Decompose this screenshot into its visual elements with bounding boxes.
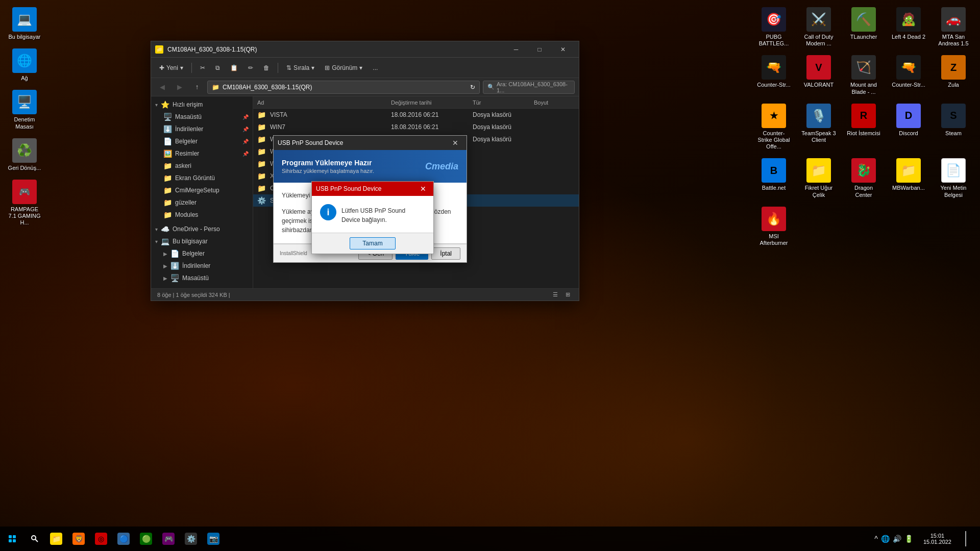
desktop-icon-riot[interactable]: R Riot İstemcisi: [844, 102, 883, 153]
taskbar-brave-button[interactable]: 🦁: [67, 527, 90, 551]
taskbar-app4-button[interactable]: 🔵: [112, 527, 135, 551]
tlauncher-label: TLauncher: [850, 34, 877, 40]
taskbar-explorer-button[interactable]: 📁: [45, 527, 67, 551]
sidebar-item-indirilenler[interactable]: ⬇️ İndirilenler 📌: [151, 123, 253, 135]
win10-folder-icon: 📁: [257, 147, 266, 156]
desktop-icon-fikret[interactable]: 📁 Fikret Uğur Çelik: [799, 156, 838, 200]
installer-close-button[interactable]: ✕: [448, 136, 462, 150]
col-size[interactable]: Boyut: [534, 99, 575, 106]
desktop-icon-cod[interactable]: ⚔️ Call of Duty Modern ...: [799, 5, 838, 49]
desktop-icon-msi[interactable]: 🔥 MSI Afterburner: [754, 205, 793, 248]
cs1-icon: 🔫: [762, 55, 786, 80]
show-desktop-button[interactable]: [958, 527, 976, 551]
toolbar-rename-button[interactable]: ✏: [244, 61, 257, 75]
start-button[interactable]: [0, 527, 24, 551]
desktop-icon-zula[interactable]: Z Zula: [934, 53, 973, 97]
sidebar-item-cmi[interactable]: 📁 CmiMergeSetup: [151, 184, 253, 196]
mount-blade-label: Mount and Blade - ...: [846, 82, 881, 95]
sidebar-item-guzeller[interactable]: 📁 güzeller: [151, 196, 253, 209]
desktop-icon-battlenet[interactable]: B Battle.net: [754, 156, 793, 200]
search-bar[interactable]: 🔍 Ara: CM108AH_6300_6308-1...: [483, 81, 575, 94]
taskbar-app6-button[interactable]: 🎮: [157, 527, 180, 551]
desktop-icon-bu-bilgisayar[interactable]: 💻 Bu bilgisayar: [5, 5, 44, 42]
taskbar-search-button[interactable]: [24, 527, 45, 551]
desktop-icon-csgo[interactable]: ★ Counter-Strike Global Offe...: [754, 102, 793, 153]
desktop-icon-geri-donusum[interactable]: ♻️ Geri Dönüş...: [5, 136, 44, 173]
alert-title: USB PnP Sound Device: [316, 185, 413, 192]
network-icon[interactable]: 🌐: [881, 535, 890, 543]
desktop-icon-ag[interactable]: 🌐 Ağ: [5, 46, 44, 84]
sidebar-item-resimler[interactable]: 🖼️ Resimler 📌: [151, 147, 253, 160]
alert-ok-button[interactable]: Tamam: [350, 237, 395, 249]
col-type[interactable]: Tür: [473, 99, 534, 106]
taskbar-app8-button[interactable]: 📷: [202, 527, 225, 551]
toolbar-new-button[interactable]: ✚ Yeni ▾: [155, 61, 187, 75]
desktop-icon-teamspeak[interactable]: 🎙️ TeamSpeak 3 Client: [799, 102, 838, 153]
taskbar-app5-button[interactable]: 🟢: [135, 527, 157, 551]
refresh-icon[interactable]: ↻: [470, 84, 475, 91]
desktop-icon-yeni-metin[interactable]: 📄 Yeni Metin Belgesi: [934, 156, 973, 200]
sidebar-item-ekran[interactable]: 📁 Ekran Görüntü: [151, 172, 253, 184]
file-row-vista[interactable]: 📁 VISTA 18.08.2016 06:21 Dosya klasörü: [253, 109, 579, 121]
sidebar-item-indirilenler2[interactable]: ▶ ⬇️ İndirilenler: [151, 260, 253, 272]
sidebar-item-bu-bilgisayar[interactable]: ▾ 💻 Bu bilgisayar: [151, 235, 253, 247]
desktop-icon-cs2[interactable]: 🔫 Counter-Str...: [889, 53, 928, 97]
app5-taskbar-icon: 🟢: [140, 533, 152, 545]
maximize-button[interactable]: □: [528, 41, 551, 58]
toolbar-view-button[interactable]: ⊞ Görünüm ▾: [321, 61, 366, 75]
alert-close-button[interactable]: ✕: [417, 183, 429, 195]
nav-back-button[interactable]: ◀: [155, 80, 169, 94]
discord-icon: D: [896, 104, 921, 128]
desktop-icon-pubg[interactable]: 🎯 PUBG BATTLEG...: [754, 5, 793, 49]
toolbar-paste-button[interactable]: 📋: [226, 61, 242, 75]
nav-up-button[interactable]: ↑: [190, 80, 204, 94]
desktop-icon-discord[interactable]: D Discord: [889, 102, 928, 153]
desktop-icon-mbwarban[interactable]: 📁 MBWarban...: [889, 156, 928, 200]
taskbar-clock[interactable]: 15:01 15.01.2022: [919, 527, 955, 551]
col-name[interactable]: Ad: [257, 99, 391, 106]
address-bar[interactable]: 📁 CM108AH_6300_6308-1.15(QR) ↻: [207, 81, 480, 94]
close-button[interactable]: ✕: [551, 41, 575, 58]
sidebar-item-askeri[interactable]: 📁 askeri: [151, 160, 253, 172]
file-row-win7[interactable]: 📁 WIN7 18.08.2016 06:21 Dosya klasörü: [253, 121, 579, 133]
chevron-up-icon[interactable]: ^: [874, 535, 878, 543]
desktop-icon-denetim[interactable]: 🖥️ Denetim Masası: [5, 88, 44, 132]
grid-view-button[interactable]: ⊞: [562, 290, 573, 300]
desktop-icon-mount-blade[interactable]: 🏹 Mount and Blade - ...: [844, 53, 883, 97]
mbwarban-label: MBWarban...: [892, 185, 925, 191]
toolbar-cut-button[interactable]: ✂: [196, 61, 209, 75]
desktop-icon-mta[interactable]: 🚗 MTA San Andreas 1.5: [934, 5, 973, 49]
desktop-icon-valorant[interactable]: V VALORANT: [799, 53, 838, 97]
toolbar-sort-button[interactable]: ⇅ Sırala ▾: [282, 61, 318, 75]
toolbar-copy-button[interactable]: ⧉: [211, 61, 224, 75]
cs1-label: Counter-Str...: [757, 82, 790, 88]
desktop-icon-tlauncher[interactable]: ⛏️ TLauncher: [844, 5, 883, 49]
sidebar-item-belgeler[interactable]: 📄 Belgeler 📌: [151, 135, 253, 147]
sidebar-item-quick-access[interactable]: ▾ ⭐ Hızlı erişim: [151, 98, 253, 111]
desktop-icon-cs1[interactable]: 🔫 Counter-Str...: [754, 53, 793, 97]
volume-icon[interactable]: 🔊: [893, 535, 901, 543]
bu-bilgisayar-sidebar-icon: 💻: [161, 237, 169, 245]
sidebar-item-belgeler2[interactable]: ▶ 📄 Belgeler: [151, 247, 253, 260]
installer-cancel-button[interactable]: İptal: [431, 247, 460, 260]
taskbar-app7-button[interactable]: ⚙️: [180, 527, 202, 551]
indirilenler-icon: ⬇️: [163, 125, 172, 133]
onedrive-label: OneDrive - Perso: [173, 226, 220, 233]
desktop-icon-rampage[interactable]: 🎮 RAMPAGE 7.1 GAMING H...: [5, 178, 44, 229]
toolbar-more-button[interactable]: ...: [369, 61, 382, 75]
col-date[interactable]: Değiştirme tarihi: [391, 99, 473, 106]
list-view-button[interactable]: ☰: [550, 290, 560, 300]
zula-icon: Z: [941, 55, 966, 80]
sidebar-item-onedrive[interactable]: ▾ ☁️ OneDrive - Perso: [151, 223, 253, 235]
desktop-icon-steam[interactable]: S Steam: [934, 102, 973, 153]
battery-icon[interactable]: 🔋: [904, 535, 913, 543]
taskbar-app3-button[interactable]: ◎: [90, 527, 112, 551]
minimize-button[interactable]: ─: [504, 41, 528, 58]
sidebar-item-masaustu2[interactable]: ▶ 🖥️ Masaüstü: [151, 272, 253, 284]
desktop-icon-dragon[interactable]: 🐉 Dragon Center: [844, 156, 883, 200]
desktop-icon-left4dead[interactable]: 🧟 Left 4 Dead 2: [889, 5, 928, 49]
sidebar-item-masaustu[interactable]: 🖥️ Masaüstü 📌: [151, 111, 253, 123]
toolbar-delete-button[interactable]: 🗑: [259, 61, 274, 75]
nav-forward-button[interactable]: ▶: [173, 80, 187, 94]
sidebar-item-modules[interactable]: 📁 Modules: [151, 209, 253, 221]
